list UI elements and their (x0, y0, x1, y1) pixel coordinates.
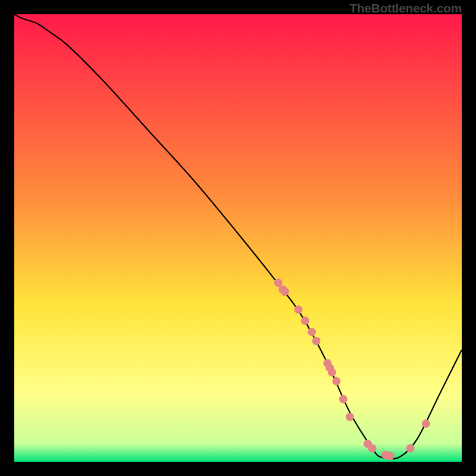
data-point (368, 444, 377, 452)
chart-area (14, 14, 462, 462)
data-point (332, 377, 340, 386)
data-point (422, 419, 430, 428)
data-point (295, 305, 303, 314)
chart-svg (14, 14, 462, 462)
data-point (339, 395, 347, 403)
data-point (386, 452, 394, 460)
data-point (301, 317, 309, 325)
watermark-text: TheBottleneck.com (349, 1, 462, 15)
data-point (328, 368, 336, 377)
data-point (312, 337, 321, 345)
data-point (406, 444, 415, 452)
data-point (281, 287, 289, 296)
data-point (346, 413, 354, 421)
chart-background (14, 14, 462, 462)
data-point (308, 328, 316, 336)
